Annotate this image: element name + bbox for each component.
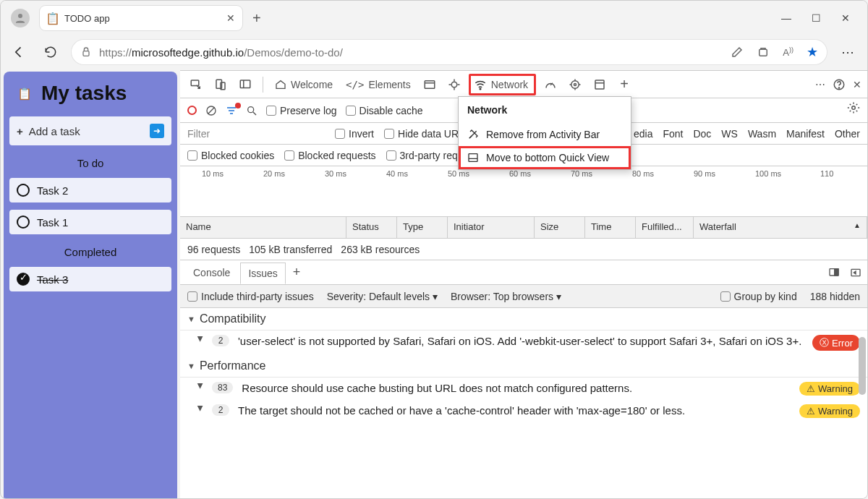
issue-row[interactable]: ▶ 2 'user-select' is not supported by Sa…: [180, 330, 867, 355]
svg-point-18: [574, 83, 576, 85]
col-type[interactable]: Type: [397, 217, 448, 238]
type-filter[interactable]: Wasm: [748, 128, 776, 140]
add-panel-icon[interactable]: +: [614, 74, 634, 95]
svg-point-17: [571, 80, 579, 88]
type-filter[interactable]: WS: [721, 128, 738, 140]
task-item[interactable]: Task 2: [9, 178, 171, 202]
settings-gear-icon[interactable]: [847, 101, 860, 114]
tab-console[interactable]: Console: [186, 263, 237, 283]
hide-data-url-checkbox[interactable]: Hide data UR: [384, 128, 459, 140]
inspect-icon[interactable]: [186, 74, 206, 95]
network-timeline[interactable]: 10 ms 20 ms 30 ms 40 ms 50 ms 60 ms 70 m…: [180, 166, 867, 217]
filter-toggle-icon[interactable]: [226, 105, 237, 116]
close-devtools-icon[interactable]: ✕: [853, 79, 861, 90]
browser-tab[interactable]: 📋 TODO app ✕: [40, 6, 242, 30]
record-icon[interactable]: [187, 106, 197, 115]
search-icon[interactable]: [246, 105, 258, 116]
maximize-icon[interactable]: ☐: [812, 12, 821, 24]
tab-elements[interactable]: </>Elements: [341, 79, 415, 90]
col-time[interactable]: Time: [585, 217, 636, 238]
browser-menu-icon[interactable]: ⋯: [841, 44, 854, 60]
task-item[interactable]: Task 1: [9, 210, 171, 234]
tab-network[interactable]: Network: [469, 74, 536, 95]
include-third-party-checkbox[interactable]: Include third-party issues: [187, 291, 314, 302]
task-bullet-icon[interactable]: [17, 184, 30, 197]
minimize-icon[interactable]: —: [781, 12, 791, 24]
memory-icon[interactable]: [565, 74, 585, 95]
blocked-requests-checkbox[interactable]: Blocked requests: [284, 150, 375, 161]
type-filter[interactable]: Manifest: [786, 128, 825, 140]
hidden-count[interactable]: 188 hidden: [810, 291, 860, 302]
group-by-kind-checkbox[interactable]: Group by kind: [720, 291, 797, 302]
col-initiator[interactable]: Initiator: [448, 217, 535, 238]
type-filter[interactable]: Doc: [693, 128, 711, 140]
svg-rect-2: [760, 49, 767, 56]
menu-remove-activity-bar[interactable]: Remove from Activity Bar: [459, 123, 631, 146]
tab-welcome[interactable]: Welcome: [271, 79, 337, 90]
task-bullet-done-icon[interactable]: [17, 273, 30, 286]
url-field[interactable]: https://microsoftedge.github.io/Demos/de…: [72, 40, 827, 64]
third-party-checkbox[interactable]: 3rd-party req: [386, 150, 458, 161]
refresh-button[interactable]: [40, 41, 61, 63]
menu-move-bottom-quick-view[interactable]: Move to bottom Quick View: [459, 146, 631, 169]
read-aloud-icon[interactable]: A)): [783, 46, 793, 58]
app-sidebar: 📋 My tasks + Add a task ➜ To do Task 2 T…: [4, 72, 177, 499]
issue-row[interactable]: ▶ 2 The target should not be cached or h…: [180, 400, 867, 422]
scroll-thumb[interactable]: [859, 337, 866, 395]
severity-dropdown[interactable]: Severity: Default levels ▾: [327, 291, 438, 302]
issue-group-perf[interactable]: ▼Performance: [180, 355, 867, 378]
site-info-icon[interactable]: [80, 46, 92, 58]
summary-transferred: 105 kB transferred: [249, 244, 332, 255]
issue-row[interactable]: ▶ 83 Resource should use cache busting b…: [180, 378, 867, 400]
clear-icon[interactable]: [205, 105, 217, 116]
preserve-log-checkbox[interactable]: Preserve log: [266, 105, 337, 116]
drawer-expand-icon[interactable]: [850, 267, 861, 278]
tab-issues[interactable]: Issues: [240, 263, 285, 284]
edit-icon[interactable]: [731, 46, 744, 59]
svg-rect-1: [83, 51, 89, 56]
col-name[interactable]: Name: [180, 217, 346, 238]
task-bullet-icon[interactable]: [17, 216, 30, 229]
type-filter[interactable]: Other: [835, 128, 860, 140]
issues-list: ▼Compatibility ▶ 2 'user-select' is not …: [180, 308, 867, 498]
severity-warning-badge: ⚠ Warning: [799, 382, 860, 396]
col-fulfilled[interactable]: Fulfilled...: [636, 217, 694, 238]
type-filter[interactable]: edia: [634, 128, 652, 140]
new-tab-button[interactable]: +: [252, 10, 261, 27]
svg-rect-39: [469, 154, 477, 162]
browser-dropdown[interactable]: Browser: Top browsers ▾: [451, 291, 561, 302]
application-icon[interactable]: [590, 74, 610, 95]
svg-line-33: [253, 112, 256, 115]
col-status[interactable]: Status: [346, 217, 397, 238]
blocked-cookies-checkbox[interactable]: Blocked cookies: [187, 150, 274, 161]
task-item-done[interactable]: Task 3: [9, 267, 171, 291]
drawer-add-icon[interactable]: +: [293, 265, 301, 280]
svg-point-15: [480, 88, 481, 90]
add-task-input[interactable]: + Add a task ➜: [9, 116, 171, 145]
back-button[interactable]: [8, 41, 30, 63]
dock-icon[interactable]: [235, 74, 255, 95]
disable-cache-checkbox[interactable]: Disable cache: [346, 105, 423, 116]
device-icon[interactable]: [210, 74, 231, 95]
close-tab-icon[interactable]: ✕: [226, 12, 235, 24]
favorite-star-icon[interactable]: ★: [807, 44, 818, 60]
help-icon[interactable]: [833, 78, 846, 91]
drawer-dock-icon[interactable]: [828, 267, 840, 278]
drawer-tabstrip: Console Issues +: [180, 260, 867, 285]
collections-icon[interactable]: [757, 46, 770, 59]
filter-input[interactable]: Filter: [187, 128, 325, 140]
issue-text: The target should not be cached or have …: [238, 404, 791, 417]
sources-icon[interactable]: [420, 74, 440, 95]
type-filter[interactable]: Font: [663, 128, 683, 140]
more-tools-icon[interactable]: ⋯: [815, 79, 825, 90]
col-waterfall[interactable]: Waterfall▲: [694, 217, 867, 238]
col-size[interactable]: Size: [535, 217, 585, 238]
submit-arrow-icon[interactable]: ➜: [150, 124, 164, 138]
issue-group-compat[interactable]: ▼Compatibility: [180, 308, 867, 330]
clipboard-icon: 📋: [14, 87, 35, 101]
invert-checkbox[interactable]: Invert: [335, 128, 374, 140]
close-window-icon[interactable]: ✕: [841, 12, 850, 24]
performance-icon[interactable]: [540, 74, 561, 95]
debug-icon[interactable]: [444, 74, 464, 95]
profile-avatar[interactable]: [11, 9, 30, 27]
